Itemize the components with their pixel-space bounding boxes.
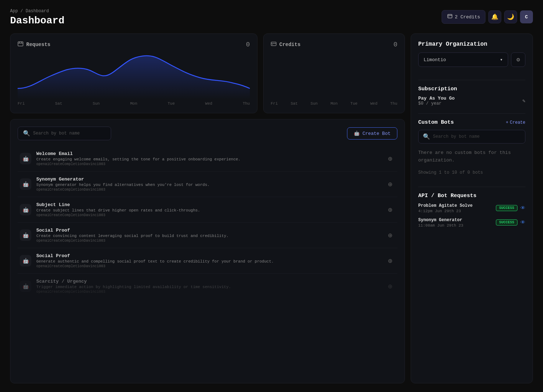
bot-desc: Generate authentic and compelling social… — [36, 259, 380, 264]
bot-icon: 🤖 — [20, 153, 31, 164]
header: App / Dashboard Dashboard 2 Credits 🔔 🌙 — [10, 9, 533, 26]
credits-chart-icon — [271, 41, 277, 48]
bot-name: Social Proof — [36, 253, 380, 259]
bot-model: openaiCreateCompletionDavinci003 — [36, 213, 380, 217]
credits-label-thu: Thu — [390, 101, 397, 106]
org-select[interactable]: Limontio ▾ — [418, 53, 508, 67]
custom-bots-section: Custom Bots + Create 🔍 There are no cust… — [418, 119, 525, 181]
svg-rect-3 — [271, 42, 276, 46]
bots-section: 🔍 🤖 Create Bot 🤖 Welcome Email Cr — [10, 119, 405, 383]
bell-icon: 🔔 — [491, 13, 498, 20]
bot-search-wrap[interactable]: 🔍 — [18, 127, 111, 140]
bot-list: 🤖 Welcome Email Create engaging welcome … — [18, 146, 397, 299]
custom-bot-search-input[interactable] — [433, 134, 521, 139]
custom-bots-create-link[interactable]: + Create — [506, 120, 525, 125]
bot-name: Welcome Email — [36, 151, 380, 156]
api-section-title: API / Bot Requests — [418, 193, 525, 199]
bot-info: Welcome Email Create engaging welcome em… — [36, 151, 380, 166]
label-sun: Sun — [93, 101, 100, 106]
bot-model: openaiCreateCompletionDavinci003 — [36, 188, 380, 192]
bot-search-input[interactable] — [33, 131, 106, 136]
avatar-label: C — [525, 14, 528, 20]
bot-add-icon[interactable]: ⊕ — [385, 281, 395, 291]
subscription-info: Pay As You Go $0 / year — [418, 96, 455, 106]
no-bots-text: There are no custom bots for this organi… — [418, 149, 525, 164]
credits-badge[interactable]: 2 Credits — [442, 10, 485, 24]
bot-item[interactable]: 🤖 Subject Line Create subject lines that… — [18, 197, 397, 223]
requests-chart-value: 0 — [246, 41, 250, 48]
credits-chart-header: Credits 0 — [271, 41, 397, 48]
bot-item[interactable]: 🤖 Social Proof Generate authentic and co… — [18, 248, 397, 274]
bot-info: Subject Line Create subject lines that d… — [36, 202, 380, 217]
requests-chart-area — [18, 53, 250, 99]
label-sat: Sat — [55, 101, 62, 106]
edit-subscription-icon[interactable]: ✎ — [523, 98, 525, 104]
robot-icon: 🤖 — [354, 131, 360, 136]
custom-bots-header: Custom Bots + Create — [418, 119, 525, 126]
bot-icon: 🤖 — [20, 255, 31, 266]
success-badge: SUCCESS — [496, 219, 517, 225]
gear-icon: ⚙ — [516, 56, 520, 63]
org-name: Limontio — [424, 57, 446, 63]
page-title: Dashboard — [10, 15, 64, 26]
custom-bot-search[interactable]: 🔍 — [418, 130, 525, 143]
bot-info: Social Proof Create convincing content l… — [36, 228, 380, 243]
divider — [418, 187, 525, 187]
theme-toggle-button[interactable]: 🌙 — [504, 10, 517, 23]
requests-chart-labels: Fri Sat Sun Mon Tue Wed Thu — [18, 101, 250, 106]
bots-toolbar: 🔍 🤖 Create Bot — [18, 127, 397, 140]
requests-chart-title: Requests — [18, 41, 50, 48]
label-mon: Mon — [130, 101, 137, 106]
label-wed: Wed — [205, 101, 213, 106]
org-settings-button[interactable]: ⚙ — [511, 53, 525, 67]
label-fri: Fri — [18, 101, 25, 106]
view-icon[interactable]: 👁 — [520, 205, 525, 211]
credits-icon — [447, 13, 453, 20]
moon-icon: 🌙 — [507, 13, 514, 20]
bot-add-icon[interactable]: ⊕ — [385, 154, 395, 164]
svg-point-1 — [448, 17, 449, 17]
plus-icon: + — [506, 120, 508, 125]
api-item-info: Synonym Generator 11:08am Jun 29th 23 — [418, 218, 496, 228]
bot-info: Social Proof Generate authentic and comp… — [36, 253, 380, 268]
bot-item[interactable]: 🤖 Social Proof Create convincing content… — [18, 223, 397, 248]
success-badge: SUCCESS — [496, 205, 517, 211]
bot-add-icon[interactable]: ⊕ — [385, 230, 395, 240]
bot-item-dimmed[interactable]: 🤖 Scarcity / Urgency Trigger immediate a… — [18, 274, 397, 299]
custom-bots-title: Custom Bots — [418, 119, 454, 126]
bot-add-icon[interactable]: ⊕ — [385, 256, 395, 266]
credits-label-mon: Mon — [330, 101, 338, 106]
bot-desc: Create engaging welcome emails, setting … — [36, 157, 380, 161]
breadcrumb: App / Dashboard — [10, 9, 64, 14]
main-content: Requests 0 — [10, 33, 533, 383]
search-icon: 🔍 — [23, 130, 30, 137]
bot-add-icon[interactable]: ⊕ — [385, 205, 395, 215]
bot-item[interactable]: 🤖 Welcome Email Create engaging welcome … — [18, 146, 397, 172]
label-tue: Tue — [168, 101, 175, 106]
credits-label-tue: Tue — [350, 101, 357, 106]
view-icon[interactable]: 👁 — [520, 220, 525, 225]
bot-info: Synonym Generator Synonym generator help… — [36, 177, 380, 192]
chevron-down-icon: ▾ — [500, 57, 503, 63]
header-actions: 2 Credits 🔔 🌙 C — [442, 10, 533, 24]
requests-chart-header: Requests 0 — [18, 41, 250, 48]
divider — [418, 80, 525, 80]
subscription-section: Subscription Pay As You Go $0 / year ✎ — [418, 86, 525, 106]
label-thu: Thu — [243, 101, 250, 106]
bot-icon: 🤖 — [20, 229, 31, 241]
bot-item[interactable]: 🤖 Synonym Generator Synonym generator he… — [18, 172, 397, 197]
bot-name: Scarcity / Urgency — [36, 279, 380, 284]
avatar-button[interactable]: C — [520, 10, 533, 23]
bot-name: Subject Line — [36, 202, 380, 208]
left-panel: Requests 0 — [10, 33, 405, 383]
create-bot-button[interactable]: 🤖 Create Bot — [347, 127, 397, 140]
bot-model: openaiCreateCompletionDavinci003 — [36, 264, 380, 268]
search-icon: 🔍 — [423, 133, 430, 140]
org-selector-row: Limontio ▾ ⚙ — [418, 53, 525, 67]
notifications-button[interactable]: 🔔 — [488, 10, 501, 23]
plan-price: $0 / year — [418, 101, 455, 106]
credits-label-sat: Sat — [291, 101, 298, 106]
bot-add-icon[interactable]: ⊕ — [385, 179, 395, 189]
credits-chart-title: Credits — [271, 41, 301, 48]
api-item-name: Problem Agitate Solve — [418, 203, 496, 208]
